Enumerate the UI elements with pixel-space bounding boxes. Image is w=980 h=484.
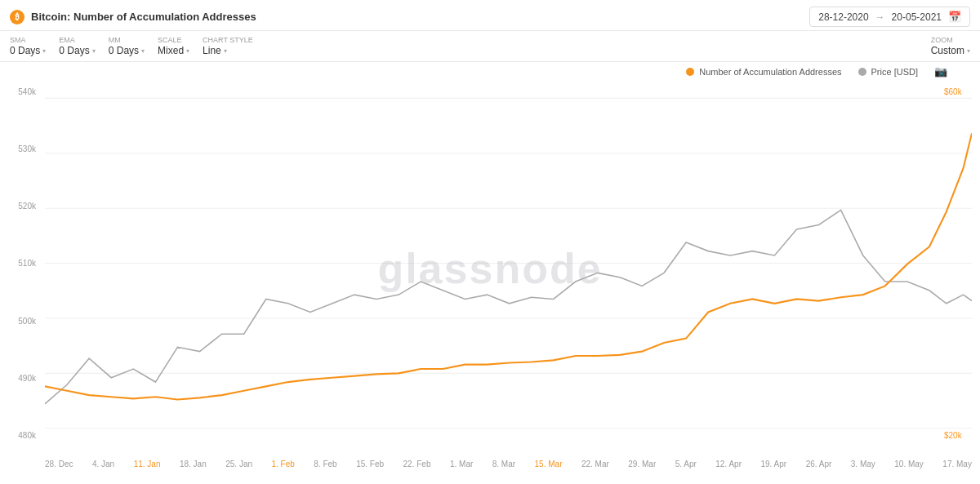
zoom-label: Zoom (931, 36, 970, 44)
mm-label: MM (109, 36, 145, 44)
sma-select[interactable]: 0 Days ▾ (10, 45, 46, 56)
scale-label: Scale (158, 36, 189, 44)
y-label-490k: 490k (0, 374, 42, 383)
chart-title: Bitcoin: Number of Accumulation Addresse… (31, 11, 256, 23)
x-label-jan11: 11. Jan (134, 460, 161, 468)
x-label-mar15: 15. Mar (535, 460, 563, 468)
y-label-right-spacer (941, 96, 980, 431)
y-axis-left: 540k 530k 520k 510k 500k 490k 480k (0, 81, 42, 456)
mm-chevron: ▾ (141, 47, 145, 55)
chart-style-value: Line (203, 45, 221, 56)
ema-chevron: ▾ (92, 47, 96, 55)
x-label-apr12: 12. Apr (715, 460, 742, 468)
header: ₿ Bitcoin: Number of Accumulation Addres… (0, 0, 980, 31)
x-label-mar8: 8. Mar (492, 460, 515, 468)
zoom-chevron: ▾ (967, 47, 970, 55)
x-label-jan18: 18. Jan (180, 460, 207, 468)
x-label-may3: 3. May (851, 460, 875, 468)
y-label-480k: 480k (0, 431, 42, 440)
x-label-mar1: 1. Mar (450, 460, 473, 468)
x-label-feb22: 22. Feb (403, 460, 431, 468)
x-label-dec28: 28. Dec (45, 460, 73, 468)
legend-label-accumulation: Number of Accumulation Addresses (699, 67, 841, 77)
date-range[interactable]: 28-12-2020 → 20-05-2021 📅 (809, 7, 970, 27)
y-label-500k: 500k (0, 317, 42, 326)
calendar-icon: 📅 (948, 11, 961, 23)
chart-area: 540k 530k 520k 510k 500k 490k 480k $60k … (0, 81, 980, 456)
scale-control: Scale Mixed ▾ (158, 36, 189, 56)
mm-control: MM 0 Days ▾ (109, 36, 145, 56)
legend-dot-price (858, 68, 866, 76)
legend-dot-accumulation (686, 68, 694, 76)
legend: Number of Accumulation Addresses Price [… (0, 62, 980, 81)
y-label-540k: 540k (0, 87, 42, 96)
x-label-may10: 10. May (894, 460, 924, 468)
camera-icon[interactable]: 📷 (934, 65, 947, 78)
scale-chevron: ▾ (186, 47, 189, 55)
chart-style-control: Chart Style Line ▾ (203, 36, 253, 56)
y-label-right-60k: $60k (941, 87, 980, 96)
x-axis: 28. Dec 4. Jan 11. Jan 18. Jan 25. Jan 1… (0, 456, 980, 468)
x-label-jan4: 4. Jan (92, 460, 114, 468)
sma-label: SMA (10, 36, 46, 44)
x-label-mar29: 29. Mar (628, 460, 656, 468)
legend-item-accumulation: Number of Accumulation Addresses (686, 67, 841, 77)
x-label-apr19: 19. Apr (760, 460, 786, 468)
zoom-value: Custom (931, 45, 964, 56)
y-label-510k: 510k (0, 259, 42, 268)
x-label-feb8: 8. Feb (314, 460, 336, 468)
x-label-jan25: 25. Jan (225, 460, 252, 468)
x-label-mar22: 22. Mar (581, 460, 609, 468)
scale-value: Mixed (158, 45, 184, 56)
zoom-control: Zoom Custom ▾ (931, 36, 970, 56)
x-label-may17: 17. May (942, 460, 972, 468)
ema-control: EMA 0 Days ▾ (59, 36, 95, 56)
y-label-right-20k: $20k (941, 431, 980, 440)
chart-style-select[interactable]: Line ▾ (203, 45, 253, 56)
mm-select[interactable]: 0 Days ▾ (109, 45, 145, 56)
accumulation-line (45, 133, 972, 399)
date-arrow: → (875, 11, 885, 23)
mm-value: 0 Days (109, 45, 139, 56)
ema-value: 0 Days (59, 45, 89, 56)
date-start: 28-12-2020 (818, 11, 868, 23)
date-end: 20-05-2021 (892, 11, 942, 23)
y-label-520k: 520k (0, 202, 42, 211)
ema-select[interactable]: 0 Days ▾ (59, 45, 95, 56)
chart-style-chevron: ▾ (224, 47, 227, 55)
sma-value: 0 Days (10, 45, 40, 56)
btc-icon: ₿ (10, 10, 24, 24)
zoom-select[interactable]: Custom ▾ (931, 45, 970, 56)
controls-bar: SMA 0 Days ▾ EMA 0 Days ▾ MM 0 Days ▾ Sc… (0, 31, 980, 62)
sma-control: SMA 0 Days ▾ (10, 36, 46, 56)
y-label-530k: 530k (0, 144, 42, 153)
x-label-apr26: 26. Apr (806, 460, 832, 468)
legend-label-price: Price [USD] (871, 67, 918, 77)
chart-style-label: Chart Style (203, 36, 253, 44)
title-area: ₿ Bitcoin: Number of Accumulation Addres… (10, 10, 256, 24)
chart-svg (45, 81, 972, 456)
x-label-feb15: 15. Feb (356, 460, 384, 468)
y-axis-right: $60k $20k (941, 81, 980, 456)
x-label-feb1: 1. Feb (272, 460, 295, 468)
scale-select[interactable]: Mixed ▾ (158, 45, 189, 56)
x-label-apr5: 5. Apr (675, 460, 697, 468)
price-line (45, 210, 972, 403)
legend-item-price: Price [USD] (858, 67, 918, 77)
sma-chevron: ▾ (42, 47, 46, 55)
ema-label: EMA (59, 36, 95, 44)
